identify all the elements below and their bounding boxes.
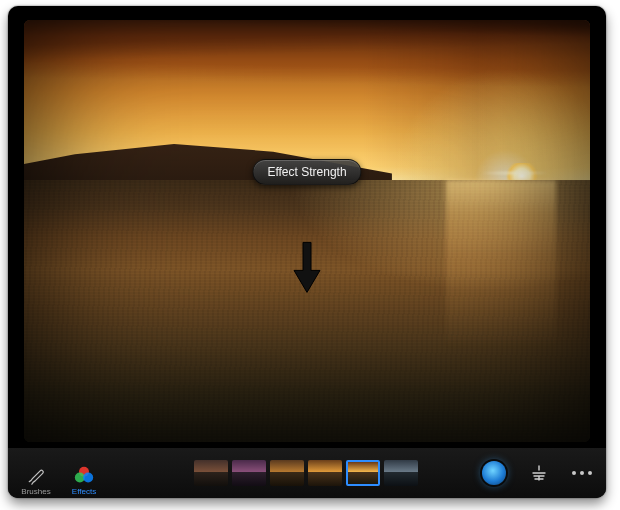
effect-thumb-1[interactable] (194, 460, 228, 486)
strength-dial[interactable] (482, 461, 506, 485)
effects-label: Effects (72, 487, 96, 496)
effect-thumb-5[interactable] (346, 460, 380, 486)
edge-detect-button[interactable] (528, 462, 550, 484)
brushes-label: Brushes (21, 487, 50, 496)
edge-icon (529, 463, 549, 483)
tool-mode-group: Brushes Effects (8, 448, 104, 498)
effects-button[interactable]: Effects (64, 452, 104, 498)
more-options-button[interactable] (572, 471, 592, 475)
effect-strength-tooltip: Effect Strength (252, 159, 361, 185)
effect-thumb-2[interactable] (232, 460, 266, 486)
bottom-toolbar: Brushes Effects (8, 447, 606, 498)
effect-thumb-4[interactable] (308, 460, 342, 486)
app-window: Effect Strength Brushes Effects (8, 6, 606, 498)
photo-sunset (24, 20, 590, 442)
right-controls (482, 461, 606, 485)
effects-icon (73, 465, 95, 485)
image-canvas[interactable]: Effect Strength (24, 20, 590, 442)
effect-thumb-6[interactable] (384, 460, 418, 486)
brushes-button[interactable]: Brushes (16, 452, 56, 498)
svg-point-2 (83, 473, 93, 483)
effect-thumb-3[interactable] (270, 460, 304, 486)
effect-thumbnail-strip (194, 460, 418, 486)
brush-icon (26, 465, 46, 485)
